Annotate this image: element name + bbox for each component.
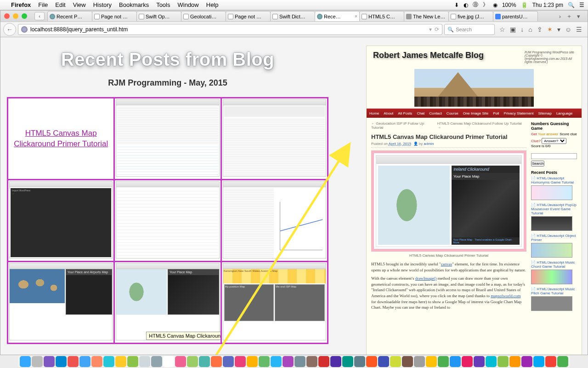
tab-9[interactable]: five.jpg (J… — [448, 11, 493, 21]
dock-app-43[interactable] — [533, 356, 544, 367]
app-name[interactable]: Firefox — [11, 1, 31, 8]
dock-app-33[interactable] — [414, 356, 425, 367]
chat-icon[interactable]: ☺ — [565, 26, 571, 33]
blognav-sitemap[interactable]: Sitemap — [538, 111, 552, 115]
prev-post-link[interactable]: ← Geolocation ISP IP Follow Up Tutorial — [371, 121, 437, 130]
grid-cell-6[interactable] — [222, 180, 327, 261]
url-bar[interactable]: localhost:8888/jquery_parents_until.htm … — [18, 24, 442, 35]
dock-app-6[interactable] — [91, 356, 102, 367]
blognav-one-image-site[interactable]: One Image Site — [463, 111, 489, 115]
dock-app-17[interactable] — [223, 356, 234, 367]
tab-0[interactable]: Recent P… — [47, 11, 92, 21]
tab-10[interactable]: parentsU… — [493, 11, 538, 21]
dock-app-28[interactable] — [354, 356, 365, 367]
grid-cell-5[interactable] — [115, 180, 220, 261]
reload-icon[interactable]: ⟳ — [435, 26, 439, 33]
grid-cell-7[interactable]: Your Place and Airports Map — [8, 262, 113, 343]
sidebar-post-link-4[interactable]: HTML/Javascript Music Pitch Game Tutoria… — [531, 287, 575, 295]
pocket-icon[interactable]: ▣ — [510, 26, 516, 33]
mapsofworld-link[interactable]: mapsofworld.com — [491, 293, 520, 298]
dock-app-4[interactable] — [68, 356, 79, 367]
answer-select[interactable]: Answer? — [542, 138, 566, 144]
dock-app-22[interactable] — [283, 356, 294, 367]
home-icon[interactable]: ⌂ — [528, 26, 532, 33]
dock-app-24[interactable] — [306, 356, 317, 367]
evernote-icon[interactable]: 》 — [483, 1, 488, 9]
spotlight-icon[interactable]: 🔍 — [568, 2, 575, 8]
search-box[interactable]: 🔍 Search — [444, 24, 495, 35]
menu-help[interactable]: Help — [206, 1, 219, 8]
dock-app-32[interactable] — [402, 356, 413, 367]
dock-app-8[interactable] — [115, 356, 126, 367]
dock-app-0[interactable] — [20, 356, 31, 367]
blognav-contact[interactable]: Contact — [429, 111, 442, 115]
dock-app-21[interactable] — [271, 356, 282, 367]
bookmark-star-icon[interactable]: ☆ — [499, 26, 505, 33]
sync-icon[interactable]: ◐ — [464, 2, 468, 8]
sidebar-post-thumb-0[interactable] — [531, 185, 572, 200]
site-identity-icon[interactable] — [21, 26, 28, 33]
sidebar-search-input[interactable] — [531, 153, 577, 159]
minimize-window-button[interactable] — [13, 13, 18, 19]
wifi-icon[interactable]: ◉ — [493, 2, 498, 8]
tab-7[interactable]: HTML5 C… — [359, 11, 404, 21]
downloads-icon[interactable]: ↓ — [520, 26, 524, 33]
dock-app-41[interactable] — [509, 356, 520, 367]
menu-icon[interactable]: ☰ — [576, 26, 582, 33]
new-tab-button[interactable]: + — [565, 13, 573, 20]
menu-edit[interactable]: Edit — [55, 1, 65, 8]
all-tabs-button[interactable]: ▾ — [575, 13, 582, 20]
dock-app-35[interactable] — [438, 356, 449, 367]
dock-app-30[interactable] — [378, 356, 389, 367]
post-featured-image[interactable]: Ireland Clickaround Your Place Map Your … — [371, 150, 526, 252]
tab-4[interactable]: Page not … — [226, 11, 271, 21]
dock-app-36[interactable] — [450, 356, 461, 367]
sidebar-post-thumb-1[interactable] — [531, 216, 572, 231]
dock-app-5[interactable] — [79, 356, 90, 367]
dock-app-25[interactable] — [318, 356, 329, 367]
sidebar-post-thumb-4[interactable] — [531, 296, 572, 311]
dock-app-12[interactable] — [163, 356, 174, 367]
dock-app-27[interactable] — [342, 356, 353, 367]
dock-app-1[interactable] — [32, 356, 43, 367]
zoom-window-button[interactable] — [22, 13, 27, 19]
blognav-course[interactable]: Course — [447, 111, 458, 115]
menu-view[interactable]: View — [73, 1, 86, 8]
dock-app-15[interactable] — [199, 356, 210, 367]
dock-app-42[interactable] — [521, 356, 532, 367]
menu-history[interactable]: History — [93, 1, 112, 8]
back-button[interactable]: ← — [3, 23, 16, 36]
tab-8[interactable]: The New Lear… — [404, 11, 449, 21]
dock-app-20[interactable] — [259, 356, 270, 367]
sidebar-post-link-3[interactable]: HTML/Javascript Music Chord Game Tutoria… — [531, 260, 575, 269]
dock-app-38[interactable] — [474, 356, 485, 367]
sidebar-post-link-0[interactable]: HTML/Javascript Homonyms Game Tutorial — [531, 176, 574, 184]
sidebar-toggle-button[interactable]: ‹ — [34, 12, 45, 20]
dock-app-39[interactable] — [486, 356, 497, 367]
menu-tools[interactable]: Tools — [156, 1, 170, 8]
download-icon[interactable]: ⬇ — [454, 2, 459, 8]
dock-app-16[interactable] — [211, 356, 222, 367]
menu-bookmarks[interactable]: Bookmarks — [119, 1, 149, 8]
blognav-home[interactable]: Home — [369, 111, 379, 115]
blognav-language[interactable]: Language — [556, 111, 573, 115]
blog-title[interactable]: Robert James Metcalfe Blog — [373, 51, 484, 63]
close-window-button[interactable] — [4, 13, 10, 19]
clock[interactable]: Thu 1:23 pm — [532, 2, 563, 8]
grid-cell-2[interactable] — [115, 98, 220, 179]
dock-app-45[interactable] — [557, 356, 568, 367]
share-icon[interactable]: ⇪ — [537, 26, 543, 33]
dock-app-44[interactable] — [545, 356, 556, 367]
tab-overflow-icon[interactable]: › — [556, 13, 564, 20]
dock-app-31[interactable] — [390, 356, 401, 367]
sidebar-search-button[interactable]: Search — [531, 161, 544, 167]
dock-app-18[interactable] — [235, 356, 246, 367]
blognav-poll[interactable]: Poll — [493, 111, 499, 115]
dock-app-40[interactable] — [498, 356, 509, 367]
dock-app-2[interactable] — [44, 356, 55, 367]
tab-1[interactable]: Page not … — [92, 11, 137, 21]
grid-cell-4[interactable]: Import WordPress… — [8, 180, 113, 261]
blognav-chat[interactable]: Chat — [417, 111, 424, 115]
notifications-icon[interactable]: ☰ — [579, 2, 584, 8]
sidebar-post-thumb-3[interactable] — [531, 270, 572, 284]
